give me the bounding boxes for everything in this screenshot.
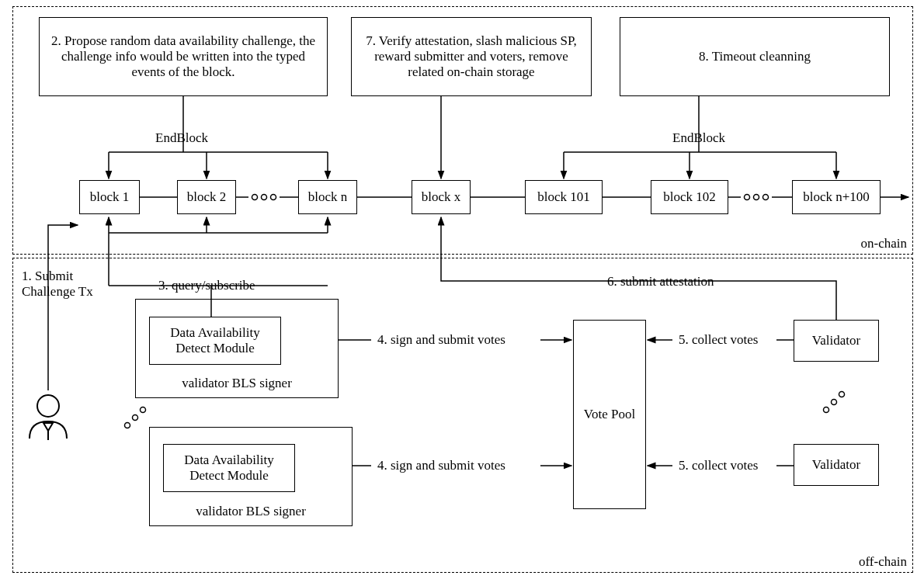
endblock-label-left: EndBlock [154, 130, 210, 146]
step6-label: 6. submit attestation [606, 274, 715, 290]
step1-label: 1. Submit Challenge Tx [20, 269, 106, 300]
block-n-label: block n [308, 189, 348, 205]
step7-text: 7. Verify attestation, slash malicious S… [360, 33, 583, 80]
endblock-label-right: EndBlock [671, 130, 727, 146]
block-1: block 1 [79, 180, 140, 214]
block-1-label: block 1 [90, 189, 130, 205]
detect-2-label: Data Availability Detect Module [172, 452, 287, 484]
validator-1-label: Validator [812, 333, 860, 348]
step2-text: 2. Propose random data availability chal… [47, 33, 319, 80]
block-x-label: block x [422, 189, 461, 205]
vote-pool-label: Vote Pool [584, 407, 635, 422]
block-n: block n [298, 180, 357, 214]
onchain-label: on-chain [861, 236, 907, 251]
block-n100-label: block n+100 [803, 189, 870, 205]
signer-1-label: validator BLS signer [182, 376, 292, 391]
offchain-label: off-chain [859, 554, 907, 570]
validator-2-label: Validator [812, 457, 860, 473]
block-2: block 2 [177, 180, 236, 214]
step8-text: 8. Timeout cleanning [699, 49, 811, 64]
block-2-label: block 2 [187, 189, 227, 205]
detect-2: Data Availability Detect Module [163, 444, 295, 492]
step4-label-2: 4. sign and submit votes [376, 458, 507, 473]
step3-label: 3. query/subscribe [157, 278, 257, 293]
step8-box: 8. Timeout cleanning [620, 17, 890, 96]
validator-1: Validator [794, 320, 879, 362]
step2-box: 2. Propose random data availability chal… [39, 17, 328, 96]
block-101: block 101 [525, 180, 603, 214]
block-n100: block n+100 [792, 180, 881, 214]
detect-1: Data Availability Detect Module [149, 317, 281, 365]
signer-2-label: validator BLS signer [196, 504, 306, 519]
step7-box: 7. Verify attestation, slash malicious S… [351, 17, 592, 96]
step5-label-1: 5. collect votes [677, 332, 759, 348]
block-102: block 102 [651, 180, 728, 214]
block-102-label: block 102 [663, 189, 716, 205]
vote-pool: Vote Pool [573, 320, 646, 509]
block-101-label: block 101 [537, 189, 590, 205]
step5-label-2: 5. collect votes [677, 458, 759, 473]
block-x: block x [412, 180, 471, 214]
validator-2: Validator [794, 444, 879, 486]
detect-1-label: Data Availability Detect Module [158, 325, 273, 356]
step4-label-1: 4. sign and submit votes [376, 332, 507, 348]
